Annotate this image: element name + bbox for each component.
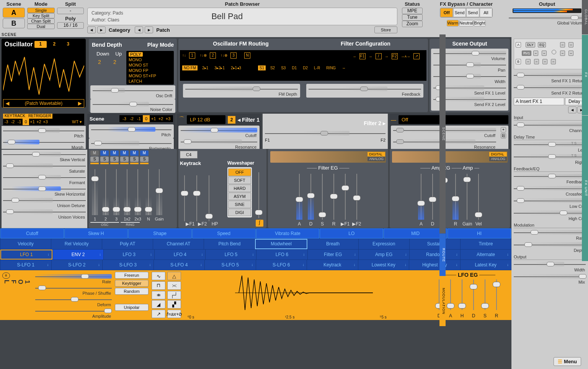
feg-analog-badge[interactable]: ANALOG bbox=[368, 157, 385, 161]
wt-next-icon[interactable]: ▶ bbox=[76, 101, 84, 106]
osc-skewv-slider[interactable] bbox=[3, 151, 86, 158]
route-latest-key[interactable]: Latest Key↓ bbox=[461, 260, 511, 270]
fcfg-f2[interactable]: F2 bbox=[392, 53, 398, 59]
patch-prev-button[interactable]: ◄ bbox=[135, 26, 143, 33]
feg-digital-badge[interactable]: DIGITAL bbox=[368, 152, 385, 157]
route-lfo-3[interactable]: LFO 3↓ bbox=[104, 250, 154, 260]
mixer-m5[interactable]: M bbox=[130, 150, 139, 156]
route-vibrato-rate[interactable]: Vibrato Rate bbox=[256, 229, 320, 238]
mixer-s6[interactable]: S bbox=[140, 157, 149, 162]
sidetab-modulation[interactable]: MODULATION bbox=[439, 276, 446, 326]
route-mid[interactable]: MID bbox=[384, 229, 447, 238]
global-volume-slider[interactable] bbox=[509, 15, 585, 21]
filter-link-plus-button[interactable]: + bbox=[501, 127, 506, 132]
osc-type-drop[interactable]: WT ▾ bbox=[70, 119, 84, 125]
mixer-m4[interactable]: M bbox=[120, 150, 129, 156]
scene-pitch-slider[interactable] bbox=[91, 126, 172, 133]
fx-slot-selector[interactable]: A Insert FX 1 bbox=[514, 98, 564, 105]
route-s-lfo-5[interactable]: S-LFO 5↓ bbox=[205, 260, 256, 270]
aeg-gain-slider[interactable] bbox=[462, 174, 472, 220]
mixer-ring12-slider[interactable] bbox=[122, 169, 132, 215]
filter1-subtype[interactable]: 2 bbox=[228, 116, 235, 124]
route-shape[interactable]: Shape bbox=[128, 229, 192, 238]
osc-drift-slider[interactable] bbox=[93, 87, 173, 94]
mixer-s5[interactable]: S bbox=[130, 157, 139, 162]
status-tune[interactable]: Tune bbox=[402, 14, 423, 21]
lfoeg-h-slider[interactable] bbox=[457, 279, 467, 310]
bend-down-value[interactable]: 2 bbox=[92, 59, 107, 65]
aeg-a-slider[interactable] bbox=[416, 174, 426, 220]
lfo-shape-env[interactable]: ◢ bbox=[152, 300, 165, 309]
fm-nofm[interactable]: NO FM bbox=[182, 65, 198, 70]
char-neutral[interactable]: Neutral bbox=[459, 20, 473, 26]
keytrack-root[interactable]: C4 bbox=[180, 151, 198, 158]
sidetab-fxunit[interactable]: FX UNIT bbox=[582, 116, 588, 261]
route-skew-h[interactable]: Skew H bbox=[64, 229, 128, 238]
sidetab-global[interactable]: GLOBAL bbox=[582, 0, 588, 34]
fm-21[interactable]: 2▸1 bbox=[201, 65, 210, 70]
aeg-vel-slider[interactable] bbox=[474, 174, 483, 220]
fm-213[interactable]: 2▸1◂3 bbox=[229, 65, 243, 70]
kt-f1-slider[interactable] bbox=[180, 175, 189, 221]
fx-right-slider[interactable]: T S bbox=[514, 153, 586, 160]
fm-box-1[interactable]: 1 bbox=[189, 52, 195, 59]
route-highest-key[interactable]: Highest Key↓ bbox=[409, 260, 460, 270]
route-velocity[interactable]: Velocity bbox=[0, 239, 51, 249]
route-filter-eg[interactable]: Filter EG↓ bbox=[308, 250, 358, 260]
soct-m1[interactable]: -1 bbox=[136, 115, 142, 122]
mixer-s4[interactable]: S bbox=[120, 157, 129, 162]
route-s-lfo-6[interactable]: S-LFO 6↓ bbox=[256, 260, 307, 270]
filter1-cutoff-slider[interactable] bbox=[181, 127, 257, 134]
menu-button[interactable]: ☰Menu bbox=[554, 357, 581, 366]
fx-width-slider[interactable] bbox=[514, 261, 586, 268]
oct-0[interactable]: 0 bbox=[23, 119, 29, 125]
fxbypass-all[interactable]: All bbox=[480, 8, 492, 17]
feg-f1-slider[interactable] bbox=[341, 174, 350, 220]
lfo-unipolar[interactable]: Unipolar bbox=[115, 304, 149, 311]
oct-m2[interactable]: -2 bbox=[10, 119, 16, 125]
mixer-s1[interactable]: S bbox=[90, 157, 99, 162]
fx-lowcut-slider[interactable] bbox=[514, 198, 586, 204]
lfo-rate-slider[interactable] bbox=[35, 273, 112, 279]
filter2-type-selector[interactable]: Off bbox=[399, 115, 508, 124]
route-random[interactable]: Random↓ bbox=[410, 250, 460, 260]
store-button[interactable]: Store bbox=[374, 26, 397, 33]
char-warm[interactable]: Warm bbox=[447, 20, 459, 26]
mixer-m3[interactable]: M bbox=[110, 150, 119, 156]
portamento-slider[interactable] bbox=[91, 140, 172, 147]
route-modwheel[interactable]: Modwheel bbox=[255, 239, 307, 249]
filter1-type-selector[interactable]: LP 12 dB bbox=[187, 115, 225, 124]
patch-next-button[interactable]: ► bbox=[145, 26, 153, 33]
fcfg-ring[interactable]: RING bbox=[325, 65, 337, 70]
ws-digi[interactable]: DIGI bbox=[228, 209, 251, 216]
split-value[interactable]: - bbox=[57, 8, 84, 14]
osc-tab-3[interactable]: 3 bbox=[62, 41, 74, 48]
lfo-shape-noise[interactable]: ⩨ bbox=[152, 291, 165, 299]
oct-m1[interactable]: -1 bbox=[16, 119, 23, 125]
lfo-amp-slider[interactable] bbox=[35, 308, 112, 313]
oct-p3[interactable]: +3 bbox=[42, 119, 49, 125]
route-amp-eg[interactable]: Amp EG↓ bbox=[359, 250, 409, 260]
route-speed[interactable]: Speed bbox=[192, 229, 256, 238]
fm-321[interactable]: 3▸2▸1 bbox=[213, 65, 226, 70]
osc-tab-2[interactable]: 2 bbox=[48, 41, 60, 48]
fcfg-s2[interactable]: S2 bbox=[269, 65, 276, 70]
playmode-monofp[interactable]: MONO FP bbox=[129, 68, 172, 73]
route-poly-at[interactable]: Poly AT bbox=[102, 239, 153, 249]
lfoeg-s-slider[interactable] bbox=[480, 279, 490, 310]
playmode-selector[interactable]: POLY MONO MONO ST MONO FP MONO ST+FP LAT… bbox=[126, 51, 174, 85]
poly-value[interactable]: 16 / 16 bbox=[57, 22, 84, 29]
feedback-slider[interactable] bbox=[309, 86, 421, 93]
fxd-b[interactable]: B bbox=[516, 59, 521, 64]
route-s-lfo-4[interactable]: S-LFO 4↓ bbox=[154, 260, 205, 270]
osc-tab-1[interactable]: 1 bbox=[34, 41, 47, 48]
fm-filter-config-display[interactable]: ↑↓1 ↑↓⊗2 ↑↓⊗3 N →F1→/→F2→A→↗ NO FM 2▸1 3… bbox=[180, 50, 426, 81]
lfoeg-r-slider[interactable] bbox=[492, 279, 501, 310]
route-s-lfo-1[interactable]: S-LFO 1↓ bbox=[0, 260, 51, 270]
mixer-ring23-slider[interactable] bbox=[133, 169, 142, 215]
fx-highcut-slider[interactable] bbox=[514, 210, 586, 217]
mixer-osc3-slider[interactable] bbox=[112, 169, 121, 215]
mode-chansplit[interactable]: Chan Split bbox=[27, 18, 55, 24]
mixer-m1[interactable]: M bbox=[90, 150, 99, 156]
soct-p3[interactable]: +3 bbox=[165, 115, 172, 122]
